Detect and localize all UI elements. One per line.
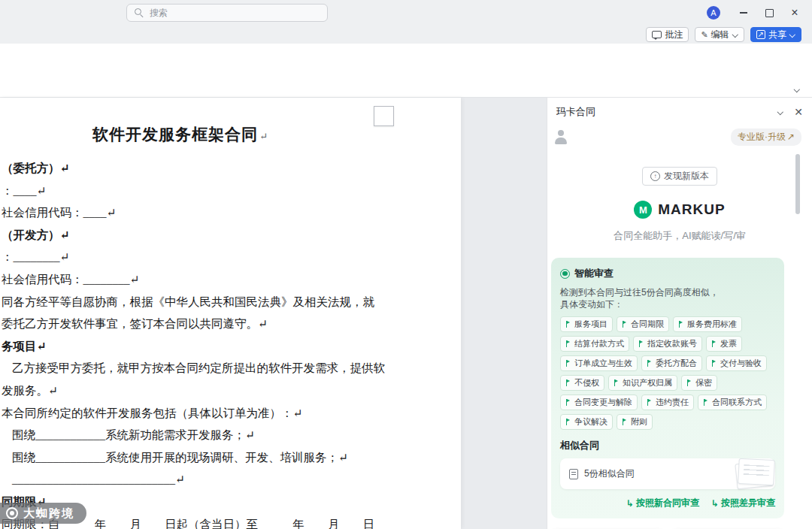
maximize-icon bbox=[765, 9, 774, 17]
flag-icon bbox=[703, 399, 709, 406]
flag-icon bbox=[622, 321, 628, 328]
document-line: 社会信用代码：________↵ bbox=[0, 268, 461, 291]
flag-icon bbox=[565, 321, 571, 328]
change-tag[interactable]: 合同期限 bbox=[617, 316, 669, 332]
account-row: 专业版·升级↗ bbox=[547, 123, 812, 146]
change-tag[interactable]: 委托方配合 bbox=[641, 355, 702, 371]
document-line: 围绕____________系统新功能需求开发服务；↵ bbox=[0, 424, 461, 446]
titlebar: 搜索 A × bbox=[0, 0, 812, 26]
edit-label: 编辑 bbox=[711, 29, 729, 41]
minimize-icon bbox=[740, 12, 747, 14]
workspace: 软件开发服务框架合同↵ （委托方）↵：____↵社会信用代码：____↵（开发方… bbox=[0, 98, 812, 529]
pro-badge-label: 专业版·升级 bbox=[738, 131, 786, 144]
new-version-row: 发现新版本 bbox=[547, 167, 812, 186]
document-line: （开发方）↵ bbox=[0, 224, 461, 246]
change-tag[interactable]: 不侵权 bbox=[560, 375, 604, 391]
document-page[interactable]: 软件开发服务框架合同↵ （委托方）↵：____↵社会信用代码：____↵（开发方… bbox=[0, 98, 461, 529]
ribbon-collapse-icon[interactable] bbox=[794, 86, 800, 92]
smart-review-panel: 智能审查 检测到本合同与过往5份合同高度相似， 具体变动如下： 服务项目合同期限… bbox=[551, 258, 784, 518]
comment-label: 批注 bbox=[665, 29, 683, 41]
document-title: 软件开发服务框架合同↵ bbox=[0, 123, 361, 148]
review-by-diff-link[interactable]: ↳ 按照差异审查 bbox=[711, 497, 775, 509]
edit-button[interactable]: ✎ 编辑 bbox=[695, 27, 744, 42]
review-actions: ↳ 按照新合同审查 ↳ 按照差异审查 bbox=[560, 497, 775, 509]
change-tag[interactable]: 知识产权归属 bbox=[608, 375, 677, 391]
pro-upgrade-badge[interactable]: 专业版·升级↗ bbox=[731, 128, 801, 146]
document-line: 社会信用代码：____↵ bbox=[0, 201, 461, 224]
flag-icon bbox=[565, 419, 571, 425]
review-as-new-link[interactable]: ↳ 按照新合同审查 bbox=[626, 497, 699, 509]
upgrade-arrow-icon: ↗ bbox=[787, 131, 795, 142]
similar-contracts-label: 5份相似合同 bbox=[584, 467, 635, 480]
search-input[interactable]: 搜索 bbox=[126, 4, 328, 22]
change-tag[interactable]: 服务项目 bbox=[560, 316, 613, 332]
change-tag[interactable]: 订单成立与生效 bbox=[560, 355, 638, 371]
change-tag[interactable]: 服务费用标准 bbox=[673, 316, 742, 332]
panel-close-icon[interactable]: ✕ bbox=[794, 107, 803, 117]
watermark: 大蜘跨境 bbox=[0, 503, 86, 524]
brand-slogan: 合同全能助手，AI赋能读/写/审 bbox=[547, 229, 812, 243]
document-line: 发服务。↵ bbox=[0, 379, 461, 402]
minimize-button[interactable] bbox=[731, 0, 756, 26]
comment-button[interactable]: 批注 bbox=[646, 27, 689, 42]
change-tag[interactable]: 争议解决 bbox=[560, 414, 613, 430]
change-tag[interactable]: 附则 bbox=[617, 414, 653, 430]
user-avatar[interactable]: A bbox=[707, 6, 720, 20]
change-tag[interactable]: 结算付款方式 bbox=[560, 336, 629, 352]
flag-icon bbox=[678, 321, 684, 328]
flag-icon bbox=[565, 340, 571, 347]
flag-icon bbox=[711, 340, 717, 347]
brand-row: M MARKUP bbox=[547, 201, 812, 219]
markup-logo-icon: M bbox=[634, 201, 652, 219]
branch-arrow-icon: ↳ bbox=[711, 498, 719, 509]
new-version-button[interactable]: 发现新版本 bbox=[642, 167, 717, 186]
document-line: ：____↵ bbox=[0, 180, 461, 202]
brand-name: MARKUP bbox=[658, 201, 725, 218]
panel-collapse-icon[interactable] bbox=[777, 109, 783, 115]
document-line: 委托乙方开发软件事宜，签订本合同以共同遵守。↵ bbox=[0, 313, 461, 335]
change-tag[interactable]: 发票 bbox=[706, 336, 742, 352]
edit-icon: ✎ bbox=[701, 31, 707, 39]
document-line: ____________________________↵ bbox=[0, 468, 461, 491]
maximize-button[interactable] bbox=[756, 0, 782, 26]
flag-icon bbox=[711, 360, 717, 367]
paper-stack-illustration bbox=[730, 456, 775, 491]
panel-title: 玛卡合同 bbox=[556, 105, 767, 119]
similar-contracts-card[interactable]: 5份相似合同 bbox=[560, 458, 775, 489]
change-tag[interactable]: 合同变更与解除 bbox=[560, 394, 638, 410]
share-button[interactable]: ↗ 共享 bbox=[750, 27, 801, 42]
panel-header: 玛卡合同 ✕ bbox=[547, 101, 812, 123]
branch-arrow-icon: ↳ bbox=[626, 498, 634, 509]
flag-icon bbox=[638, 340, 644, 347]
share-icon: ↗ bbox=[756, 30, 765, 39]
document-body: （委托方）↵：____↵社会信用代码：____↵（开发方）↵：________↵… bbox=[0, 157, 461, 529]
panel-scrollbar[interactable] bbox=[795, 154, 800, 214]
document-line: 同各方经平等自愿协商，根据《中华人民共和国民法典》及相关法规，就 bbox=[0, 291, 461, 313]
document-line: 乙方接受甲方委托，就甲方按本合同约定所提出的软件开发需求，提供软 bbox=[0, 357, 461, 379]
search-icon bbox=[135, 8, 144, 17]
new-version-label: 发现新版本 bbox=[664, 170, 709, 183]
share-label: 共享 bbox=[768, 29, 786, 41]
selection-anchor-box bbox=[374, 106, 394, 126]
review-description: 检测到本合同与过往5份合同高度相似， 具体变动如下： bbox=[560, 286, 775, 310]
flag-icon bbox=[565, 379, 571, 386]
change-tag[interactable]: 合同联系方式 bbox=[698, 394, 767, 410]
document-line: ：________↵ bbox=[0, 246, 461, 268]
change-tag[interactable]: 指定收款账号 bbox=[633, 336, 702, 352]
close-button[interactable]: × bbox=[782, 0, 807, 26]
flag-icon bbox=[565, 360, 571, 367]
document-line: 务项目↵ bbox=[0, 335, 461, 358]
chevron-down-icon bbox=[789, 32, 795, 38]
change-tag[interactable]: 交付与验收 bbox=[706, 355, 767, 371]
document-line: （委托方）↵ bbox=[0, 157, 461, 180]
change-tag[interactable]: 保密 bbox=[681, 375, 717, 391]
quick-toolbar: 批注 ✎ 编辑 ↗ 共享 bbox=[0, 26, 812, 44]
comment-icon bbox=[652, 31, 662, 38]
watermark-text: 大蜘跨境 bbox=[23, 506, 74, 521]
similar-contracts-title: 相似合同 bbox=[560, 439, 775, 452]
change-tag[interactable]: 违约责任 bbox=[641, 394, 694, 410]
flag-icon bbox=[647, 399, 653, 406]
update-icon bbox=[650, 171, 660, 181]
user-silhouette-icon[interactable] bbox=[552, 128, 570, 146]
change-tags: 服务项目合同期限服务费用标准结算付款方式指定收款账号发票订单成立与生效委托方配合… bbox=[560, 316, 775, 430]
